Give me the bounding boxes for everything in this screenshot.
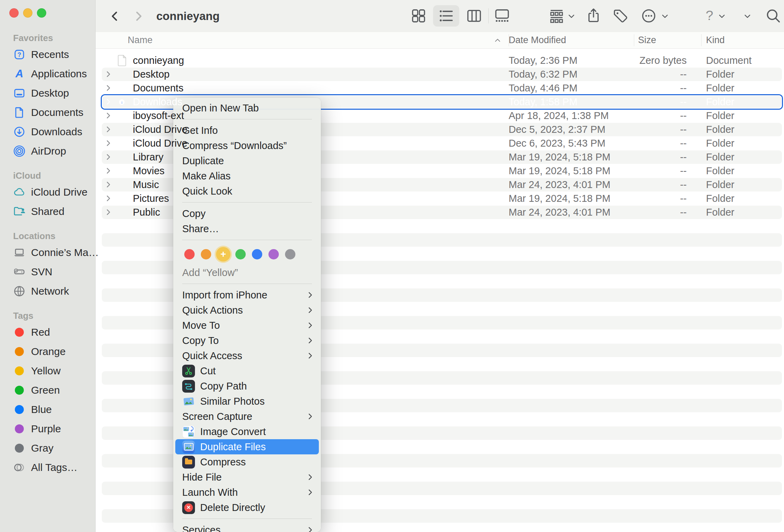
sidebar-item-icloud-drive[interactable]: iCloud Drive (0, 183, 95, 202)
menu-item-copy-path[interactable]: Copy Path (173, 378, 321, 394)
menu-item-copy-to[interactable]: Copy To (173, 333, 321, 348)
file-date: Today, 2:36 PM (509, 55, 634, 66)
sidebar-item-airdrop[interactable]: AirDrop (0, 141, 95, 161)
compress-icon (182, 456, 195, 469)
menu-item-label: Services (182, 524, 220, 532)
sidebar-item-all-tags[interactable]: All Tags… (0, 458, 95, 477)
column-view-button[interactable] (461, 5, 487, 27)
column-header-kind[interactable]: Kind (701, 35, 784, 46)
share-button[interactable] (580, 5, 607, 27)
menu-item-hide-file[interactable]: Hide File (173, 470, 321, 485)
menu-item-move-to[interactable]: Move To (173, 318, 321, 333)
group-by-chevron-icon[interactable] (568, 12, 575, 20)
help-chevron-icon[interactable] (718, 12, 726, 20)
sidebar-item-tag-purple[interactable]: Purple (0, 419, 95, 439)
menu-item-delete-directly[interactable]: ✕Delete Directly (173, 500, 321, 515)
group-by-button[interactable] (543, 5, 570, 27)
toolbar-chevron-icon[interactable] (744, 12, 751, 20)
disclosure-chevron-icon[interactable] (105, 167, 112, 175)
search-button[interactable] (760, 5, 784, 27)
gallery-view-button[interactable] (489, 5, 515, 27)
sidebar-item-downloads[interactable]: Downloads (0, 122, 95, 141)
disclosure-chevron-icon[interactable] (105, 70, 112, 78)
tag-red-button[interactable] (184, 249, 195, 259)
tag-blue-button[interactable] (252, 249, 262, 259)
column-header-size[interactable]: Size (634, 35, 701, 46)
folder-icon (115, 110, 129, 121)
menu-item-image-convert[interactable]: ⤸Image Convert (173, 424, 321, 439)
menu-item-screen-capture[interactable]: Screen Capture (173, 409, 321, 424)
disclosure-chevron-icon[interactable] (105, 98, 112, 106)
menu-item-import-from-iphone[interactable]: Import from iPhone (173, 287, 321, 303)
column-header-date-modified[interactable]: Date Modified (509, 35, 634, 46)
column-divider[interactable] (634, 34, 634, 46)
menu-item-cut[interactable]: Cut (173, 363, 321, 378)
column-divider[interactable] (509, 34, 509, 46)
tag-green-button[interactable] (235, 249, 246, 259)
more-actions-chevron-icon[interactable] (661, 12, 669, 20)
sidebar-item-applications[interactable]: Applications (0, 64, 95, 83)
menu-item-share[interactable]: Share… (173, 221, 321, 236)
disclosure-chevron-icon[interactable] (105, 181, 112, 188)
image-convert-icon: ⤸ (182, 425, 195, 438)
tags-button[interactable] (607, 5, 633, 27)
disclosure-chevron-icon[interactable] (105, 112, 112, 119)
sidebar-item-connies-mac[interactable]: Connie’s Ma… (0, 243, 95, 262)
menu-item-add-yellow[interactable]: Add “Yellow” (173, 265, 321, 280)
close-window-button[interactable] (9, 8, 19, 18)
minimize-window-button[interactable] (23, 8, 32, 18)
sidebar-item-tag-yellow[interactable]: Yellow (0, 361, 95, 381)
tag-yellow-button-hovered[interactable]: + (216, 247, 231, 262)
file-size: -- (634, 124, 701, 135)
sidebar-item-tag-red[interactable]: Red (0, 323, 95, 342)
list-view-button[interactable] (433, 5, 459, 27)
disclosure-chevron-icon[interactable] (105, 84, 112, 92)
menu-item-services[interactable]: Services (173, 522, 321, 532)
sidebar-item-tag-blue[interactable]: Blue (0, 400, 95, 419)
forward-button[interactable] (130, 8, 147, 25)
copy-path-icon (182, 380, 195, 393)
menu-item-quick-actions[interactable]: Quick Actions (173, 303, 321, 318)
blue-tag-dot-icon (15, 405, 24, 414)
sidebar-item-network[interactable]: Network (0, 282, 95, 301)
column-divider[interactable] (701, 34, 702, 46)
tag-purple-button[interactable] (268, 249, 279, 259)
sidebar-item-tag-green[interactable]: Green (0, 381, 95, 400)
menu-tag-color-row: + (173, 244, 321, 265)
menu-item-quick-access[interactable]: Quick Access (173, 348, 321, 363)
menu-item-label: Compress (200, 456, 246, 468)
sidebar-item-tag-orange[interactable]: Orange (0, 342, 95, 361)
disclosure-chevron-icon[interactable] (105, 139, 112, 147)
menu-item-compress[interactable]: Compress (173, 454, 321, 470)
disclosure-chevron-icon[interactable] (105, 126, 112, 133)
disclosure-chevron-icon[interactable] (105, 195, 112, 202)
duplicate-files-icon (182, 441, 195, 453)
sidebar-item-label: SVN (31, 266, 52, 278)
menu-item-label: Make Alias (182, 170, 231, 182)
sidebar-item-shared[interactable]: Shared (0, 202, 95, 221)
tag-orange-button[interactable] (201, 249, 211, 259)
tag-gray-button[interactable] (285, 249, 295, 259)
more-actions-button[interactable] (636, 5, 662, 27)
sidebar-item-desktop[interactable]: Desktop (0, 83, 95, 103)
zoom-window-button[interactable] (37, 8, 46, 18)
icon-view-button[interactable] (405, 5, 432, 27)
file-row-connieyang[interactable]: connieyang Today, 2:36 PM Zero bytes Doc… (96, 53, 784, 67)
file-row-desktop[interactable]: Desktop Today, 6:32 PM -- Folder (96, 67, 784, 81)
disclosure-chevron-icon[interactable] (105, 153, 112, 161)
menu-item-similar-photos[interactable]: Similar Photos (173, 394, 321, 409)
sidebar-item-svn[interactable]: SVN (0, 262, 95, 282)
sidebar-item-recents[interactable]: Recents (0, 45, 95, 64)
sidebar-item-tag-gray[interactable]: Gray (0, 439, 95, 458)
file-size: -- (634, 207, 701, 218)
back-button[interactable] (106, 8, 123, 25)
column-header-name[interactable]: Name (96, 35, 509, 46)
menu-item-launch-with[interactable]: Launch With (173, 485, 321, 500)
file-kind: Folder (701, 69, 784, 80)
sidebar-item-documents[interactable]: Documents (0, 103, 95, 122)
disclosure-chevron-icon[interactable] (105, 208, 112, 216)
menu-item-duplicate-files-highlighted[interactable]: Duplicate Files (173, 439, 321, 454)
file-date: Dec 6, 2023, 5:43 PM (509, 138, 634, 149)
sidebar-item-label: Purple (31, 423, 61, 435)
file-row-documents[interactable]: Documents Today, 4:46 PM -- Folder (96, 81, 784, 95)
